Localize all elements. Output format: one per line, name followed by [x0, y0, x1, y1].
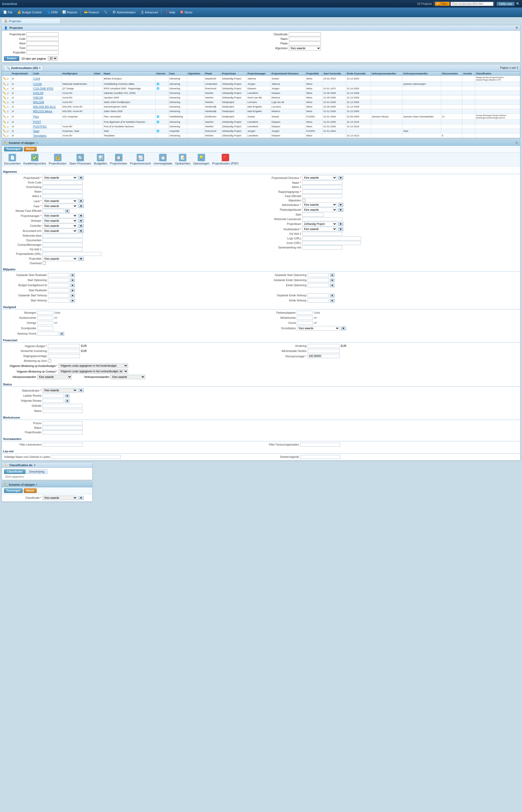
inp-korte-code[interactable] — [42, 180, 83, 184]
btn-start-verkoop-cal[interactable]: ▼ — [70, 299, 75, 302]
col-projectsleutel[interactable]: Projectsleutel — [11, 72, 32, 76]
toevoegen-button[interactable]: Toevoegen — [4, 147, 23, 151]
cell-code[interactable]: MSL509 — [32, 100, 61, 104]
btn-fase[interactable]: ▼ — [78, 204, 84, 208]
inp-kantoorruimte[interactable] — [37, 316, 53, 320]
chk-overhead[interactable] — [42, 262, 46, 265]
menu-finance[interactable]: 💳 Finance — [82, 9, 101, 15]
btn-projectmanager[interactable]: ▼ — [78, 214, 84, 218]
inp-start-verkoop[interactable] — [48, 298, 69, 302]
inp-rapportagegroep[interactable] — [302, 190, 342, 194]
sel-hoofdstedeel[interactable]: Kies waarde — [302, 227, 337, 231]
menu-help[interactable]: ❓ Help — [163, 9, 178, 15]
btn-start-oplevering-cal[interactable]: ▼ — [70, 278, 75, 282]
edit-icon[interactable]: ✏️ — [3, 125, 6, 128]
btn-laatste-review-cal[interactable]: ▼ — [65, 394, 69, 398]
inp-budget-goedgekeurd[interactable] — [48, 283, 69, 287]
chk-afgesloten[interactable] — [302, 199, 305, 202]
tool-kwaliteitsprocties[interactable]: ✅ Kwaliteitsprocties — [23, 154, 46, 165]
btn-einde-oplevering-cal[interactable]: ▼ — [330, 283, 335, 287]
input-code[interactable] — [26, 37, 59, 41]
inp-icoon-url[interactable] — [302, 241, 361, 245]
cell-code[interactable]: Templates — [32, 134, 61, 138]
mini-toevoegen-button[interactable]: Toevoegen — [4, 488, 23, 493]
edit-icon[interactable]: ✏️ — [3, 77, 6, 80]
cell-code[interactable]: CS0.DNB IFRS — [32, 86, 61, 91]
tool-oplossingen[interactable]: 💡 Oplossingen — [193, 154, 209, 165]
btn-geplande-start-realisatie-cal[interactable]: ▼ — [70, 273, 75, 277]
col-vk1[interactable]: Verkoopvoorwaarden — [370, 72, 402, 76]
key-icon[interactable]: sl — [7, 130, 9, 133]
btn-administrateur[interactable]: ▼ — [338, 203, 343, 207]
inp-volgende-review[interactable] — [42, 399, 64, 403]
menu-tools[interactable]: 🔧 — [102, 9, 109, 15]
inp-nieuwe-fase[interactable] — [42, 209, 64, 213]
btn-planbudgetsleutel[interactable]: ▼ — [338, 208, 343, 212]
sel-vrijgeven-kosten[interactable]: Vrijgeven zoals opgegeven in het kostenb… — [59, 363, 128, 368]
menu-administration[interactable]: ⚙️ Administration — [110, 9, 138, 15]
key-icon[interactable]: sl — [7, 101, 9, 104]
key-icon[interactable]: sl — [7, 116, 9, 118]
inp-adres2[interactable] — [302, 185, 342, 189]
btn-geplande-start-oplevering-cal[interactable]: ▼ — [330, 273, 335, 277]
sel-administrateur[interactable]: Kies waarde — [302, 202, 337, 207]
inp-volledige-naam[interactable] — [51, 455, 121, 459]
sel-inkoopvoorwaarden[interactable]: Kies waarde — [37, 375, 72, 379]
inp-vrij-veld-2[interactable] — [302, 232, 342, 236]
input-naam[interactable] — [289, 37, 321, 41]
inp-naam[interactable] — [42, 190, 83, 194]
menu-demo[interactable]: 🎯 Demo — [178, 9, 195, 15]
col-projectmanager[interactable]: Projectmanager — [246, 72, 270, 76]
chk-afrekening-uren[interactable] — [48, 359, 51, 362]
sel-grondstatus[interactable]: Kies waarde — [297, 326, 340, 331]
inp-overige[interactable] — [37, 321, 53, 325]
menu-reports[interactable]: 📊 Reports — [60, 9, 79, 15]
menu-budget[interactable]: 💰 Budget Control — [15, 9, 44, 15]
btn-controller[interactable]: ▼ — [78, 224, 84, 228]
inp-filter-leveranciers[interactable] — [42, 443, 83, 447]
key-icon[interactable]: sl — [7, 87, 9, 90]
inp-start-realisatie[interactable] — [48, 288, 69, 292]
cell-code[interactable]: C2106 — [32, 82, 61, 86]
menu-advanced[interactable]: 🔬 Advanced — [138, 9, 160, 15]
input-plaats[interactable] — [289, 41, 321, 45]
filter-input[interactable] — [450, 2, 494, 6]
tool-projectresten[interactable]: 📋 Projectresten — [110, 154, 127, 165]
sel-projectsleutel[interactable]: Kies waarde — [42, 175, 77, 180]
col-vk2[interactable]: Verkoopvoorwaarden — [402, 72, 441, 76]
key-icon[interactable]: sl — [7, 121, 9, 123]
inp-grond[interactable] — [297, 321, 313, 325]
inp-parkeerplaatsen[interactable] — [297, 311, 313, 315]
input-fase[interactable] — [26, 46, 59, 50]
tab-omschrijving[interactable]: Omschrijving — [26, 469, 47, 474]
edit-icon[interactable]: ✏️ — [3, 101, 6, 104]
btn-geplande-start-verkoop-cal[interactable]: ▼ — [70, 294, 75, 297]
inp-logo-url[interactable] — [302, 236, 361, 240]
edit-icon[interactable]: ✏️ — [3, 134, 6, 137]
col-docs[interactable]: #Documenten — [441, 72, 462, 76]
key-icon[interactable]: sl — [7, 78, 9, 80]
inp-grondpositie[interactable] — [37, 326, 53, 330]
inp-laatste-review[interactable] — [42, 394, 64, 398]
tab-classificatie[interactable]: Classificatie — [4, 469, 25, 474]
col-titel[interactable]: Projecttitel — [305, 72, 322, 76]
inp-winkelruimte[interactable] — [297, 316, 313, 320]
col-code[interactable]: Code — [32, 72, 61, 76]
sel-verkoopvoorwaarden[interactable]: Kies waarde — [111, 375, 145, 379]
edit-icon[interactable]: ✏️ — [3, 87, 6, 90]
inp-vrij-veld-1[interactable] — [42, 247, 83, 252]
btn-aankoop-grond-cal[interactable]: ▼ — [60, 332, 64, 336]
edit-icon[interactable]: ✏️ — [3, 105, 6, 108]
inp-vrijgeven-budget[interactable] — [48, 344, 80, 348]
col-einde[interactable]: Einde Facturatie — [346, 72, 370, 76]
btn-grondstatus[interactable]: ▼ — [341, 326, 346, 330]
cell-code[interactable]: POSTFAC — [32, 124, 61, 129]
inp-filter-factuurorg[interactable] — [300, 443, 340, 447]
nieuw-button[interactable]: Nieuw — [24, 147, 36, 151]
btn-nieuwe-fase-cal[interactable]: ▼ — [65, 209, 69, 213]
cell-code[interactable]: IHOL09 — [32, 91, 61, 96]
inp-ref-leverancier[interactable] — [302, 217, 342, 221]
edit-icon[interactable]: ✏️ — [3, 130, 6, 133]
input-projectsleutel[interactable] — [26, 32, 59, 36]
edit-icon[interactable]: ✏️ — [3, 115, 6, 118]
